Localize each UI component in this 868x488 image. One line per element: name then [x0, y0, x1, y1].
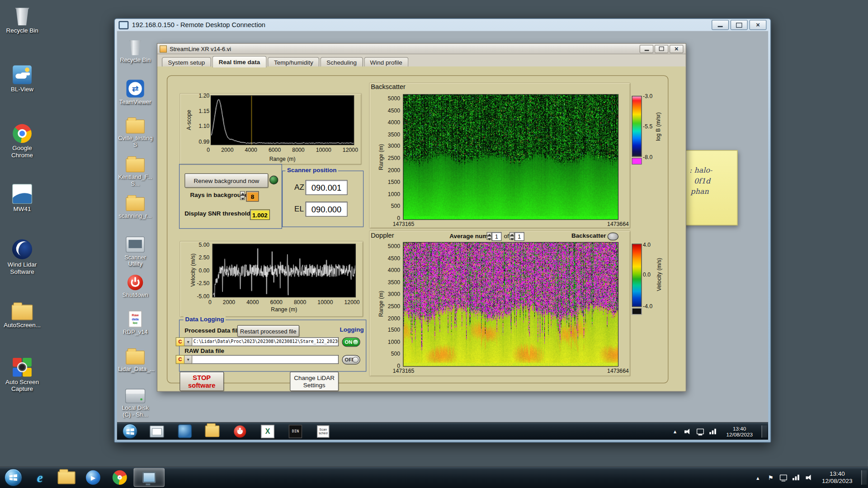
maximize-button[interactable] [731, 20, 748, 30]
ascope-y-tick: 0.99 [199, 138, 210, 144]
remote-icon-recycle-bin[interactable]: Recycle Bin [118, 35, 152, 63]
tab-real-time-data[interactable]: Real time data [212, 56, 267, 68]
taskbar-chrome[interactable] [107, 469, 132, 486]
show-desktop-button[interactable] [861, 470, 867, 485]
desktop-icon-google-chrome[interactable]: Google Chrome [1, 121, 43, 159]
close-button[interactable] [670, 45, 684, 53]
close-button[interactable] [749, 20, 766, 30]
rays-value-field[interactable]: 8 [246, 191, 259, 202]
chrome-icon [13, 124, 32, 143]
remote-start-button[interactable] [123, 424, 137, 439]
remote-desktop: Recycle Bin TeamViewer Cville_testingS K… [117, 31, 769, 440]
backscatter-indicator-led[interactable] [608, 233, 619, 240]
desktop-icon-mw41[interactable]: MW41 [1, 182, 43, 213]
raw-path-control[interactable]: C ▾ [176, 355, 339, 364]
minimize-button[interactable] [640, 45, 654, 53]
remote-taskbar-explorer[interactable] [150, 424, 164, 438]
az-value-field[interactable]: 090.001 [306, 180, 348, 195]
taskbar-explorer[interactable] [54, 469, 79, 486]
remote-icon-shutdown[interactable]: Shutdown [118, 270, 152, 298]
remote-taskbar-scan-sched[interactable]: Scansched [316, 424, 330, 438]
remote-icon-rdp-v14[interactable]: Raw data loc RDP_v14 [118, 307, 152, 335]
raw-path-field[interactable] [192, 355, 339, 364]
folder-icon [126, 197, 145, 211]
tab-strip: System setup Real time data Temp/humidit… [157, 54, 685, 67]
remote-icon-lidar-data[interactable]: Lidar_Data_... [118, 344, 152, 372]
desktop-icon-recycle-bin[interactable]: Recycle Bin [1, 3, 43, 34]
tab-system-setup[interactable]: System setup [162, 57, 211, 67]
path-browse-button[interactable]: ▾ [184, 355, 192, 364]
remote-taskbar-blue-app[interactable] [177, 424, 192, 438]
tab-scheduling[interactable]: Scheduling [321, 57, 363, 67]
start-button[interactable] [5, 469, 22, 486]
desktop-icon-bl-view[interactable]: BL-View [1, 62, 43, 93]
tab-wind-profile[interactable]: Wind profile [364, 57, 408, 67]
app-title-bar[interactable]: StreamLine XR v14-6.vi [157, 44, 685, 54]
remote-taskbar-din[interactable]: DIN [288, 424, 302, 438]
remote-icon-scanning[interactable]: scanning_r... [118, 191, 152, 219]
remote-icon-label: (C) - Sh... [118, 411, 152, 418]
backscatter-time-end: 1473664 [601, 221, 635, 227]
scanner-position-group [282, 171, 363, 227]
average-number-spinner[interactable] [486, 232, 491, 240]
show-desktop-button[interactable] [761, 425, 767, 437]
bl-view-icon [13, 66, 32, 84]
backscatter-underrange-chip [632, 158, 642, 164]
desktop-icon-autoscreen-folder[interactable]: AutoScreen... [1, 298, 43, 329]
processed-path-control[interactable]: C ▾ C:\Lidar\Data\Proc\2023\202308\20230… [176, 338, 339, 347]
action-center-flag-icon[interactable] [766, 474, 774, 481]
hidden-icons-arrow[interactable] [754, 474, 762, 481]
host-clock[interactable]: 13:4012/08/2023 [817, 470, 857, 485]
remote-taskbar-shutdown[interactable] [233, 424, 247, 438]
taskbar-ie[interactable]: e [27, 469, 52, 486]
stop-software-button[interactable]: STOPsoftware [179, 372, 224, 391]
restart-processed-button[interactable]: Restart processed file [237, 325, 299, 337]
remote-icon-cville-testing[interactable]: Cville_testingS [118, 113, 152, 148]
velocity-y-tick: 2.50 [199, 254, 210, 260]
backscatter-y-tick: 0 [397, 215, 400, 221]
processed-path-field[interactable]: C:\Lidar\Data\Proc\2023\202308\20230812\… [192, 338, 339, 347]
remote-icon-label: Scanner Utility [118, 253, 152, 267]
remote-icon-local-disk[interactable]: Local Disk(C) - Sh... [118, 383, 152, 418]
remote-icon-teamviewer[interactable]: TeamViewer [118, 78, 152, 105]
average-total-spinner[interactable] [509, 232, 514, 240]
velocity-x-tick: 12000 [344, 299, 360, 305]
velocity-plot [213, 244, 355, 297]
desktop-icon-wind-lidar[interactable]: Wind Lidar Software [1, 237, 43, 276]
ascope-y-tick: 1.15 [199, 108, 210, 114]
taskbar-media-player[interactable] [80, 469, 106, 486]
change-lidar-settings-button[interactable]: Change LiDARSettings [290, 372, 339, 391]
maximize-button[interactable] [655, 45, 669, 53]
path-browse-button[interactable]: ▾ [184, 338, 192, 347]
scan-sched-icon: Scansched [317, 425, 329, 437]
tab-temp-humidity[interactable]: Temp/humidity [268, 57, 319, 67]
velocity-x-tick: 0 [208, 299, 212, 305]
network-icon[interactable] [709, 427, 717, 435]
display-icon[interactable] [697, 428, 704, 434]
average-total-field[interactable]: 1 [514, 232, 524, 241]
taskbar-rdp-active[interactable] [133, 468, 165, 487]
volume-icon[interactable] [805, 474, 813, 481]
rays-spinner[interactable] [240, 191, 245, 200]
remote-icon-kentland[interactable]: Kentland_F...S... [118, 152, 152, 187]
recycle-bin-icon [129, 39, 142, 56]
rdp-title-bar[interactable]: 192.168.0.150 - Remote Desktop Connectio… [115, 19, 770, 31]
desktop-icon-auto-screen-capture[interactable]: Auto Screen Capture [1, 355, 43, 393]
remote-icon-scanner-utility[interactable]: Scanner Utility [118, 233, 152, 267]
processed-logging-toggle[interactable]: ON [342, 338, 360, 347]
snr-threshold-field[interactable]: 1.002 [250, 209, 270, 220]
hidden-icons-arrow[interactable] [671, 427, 679, 435]
remote-clock[interactable]: 13:4012/08/2023 [722, 425, 757, 437]
renew-background-button[interactable]: Renew background now [184, 174, 268, 188]
volume-icon[interactable] [684, 427, 692, 435]
el-value-field[interactable]: 090.000 [306, 202, 348, 216]
doppler-y-tick: 3000 [388, 291, 400, 297]
raw-logging-toggle[interactable]: OFF [342, 355, 360, 365]
minimize-button[interactable] [712, 20, 729, 30]
remote-taskbar-folder[interactable] [205, 424, 220, 438]
ascope-y-tick: 1.10 [199, 123, 210, 129]
average-number-field[interactable]: 1 [491, 232, 501, 241]
display-icon[interactable] [780, 475, 787, 480]
network-icon[interactable] [792, 474, 800, 481]
remote-taskbar-excel[interactable] [260, 424, 275, 438]
